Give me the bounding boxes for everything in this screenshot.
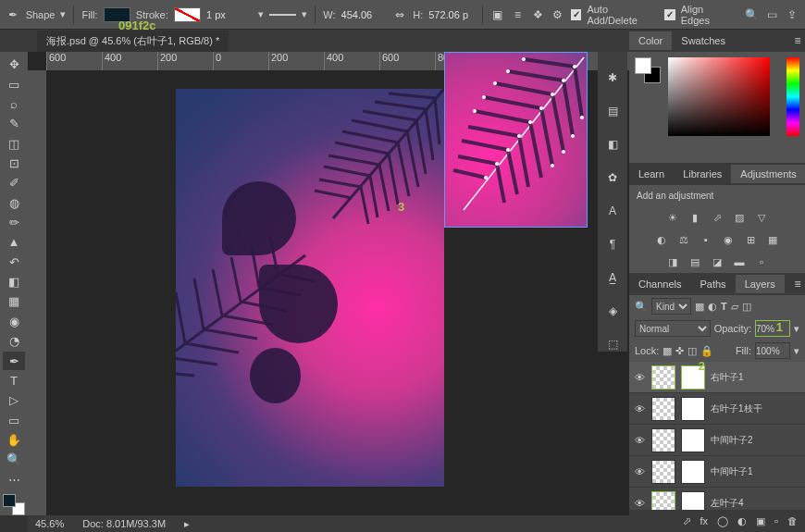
canvas-area[interactable]: 6004002000200400600800100012001400160018… [28,52,629,515]
link-icon[interactable]: ⇔ [393,7,408,22]
layer-thumb[interactable] [651,460,675,484]
filter-type-icon[interactable]: T [721,301,727,312]
layer-thumb[interactable] [651,428,675,452]
document-tab[interactable]: 海报.psd @ 45.6% (右叶子1, RGB/8) * [37,31,229,52]
lock-all-icon[interactable]: 🔒 [700,345,713,357]
layer-name[interactable]: 中间叶子2 [711,434,753,447]
glyphs-icon[interactable]: A̲ [605,270,620,285]
eyedropper-tool[interactable]: ✐ [3,174,25,192]
brightness-icon[interactable]: ☀ [665,210,680,225]
zoom-tool[interactable]: 🔍 [3,451,25,468]
tab-swatches[interactable]: Swatches [672,31,735,50]
edit-toolbar[interactable]: ⋯ [3,471,25,489]
chevron-down-icon[interactable]: ▾ [258,8,264,20]
shape-mode[interactable]: Shape [26,9,56,20]
panel-menu-icon[interactable]: ≡ [790,33,805,48]
tab-learn[interactable]: Learn [629,165,674,183]
share-icon[interactable]: ⇪ [785,7,799,22]
fill-field[interactable] [755,342,790,359]
healing-tool[interactable]: ◍ [3,194,25,212]
layer-name[interactable]: 右叶子1 [711,371,744,384]
doc-icon[interactable]: ▭ [765,7,780,22]
layer-name[interactable]: 左叶子4 [711,497,744,510]
hue-icon[interactable]: ◐ [654,232,669,247]
layer-row[interactable]: 👁 右叶子1枝干 [629,393,805,425]
layer-name[interactable]: 中间叶子1 [711,465,753,478]
invert-icon[interactable]: ◨ [665,254,680,269]
filter-shape-icon[interactable]: ▱ [731,301,738,313]
height-field[interactable] [428,9,475,20]
editing-path[interactable] [445,53,588,229]
lasso-tool[interactable]: ⌕ [3,95,25,113]
panel-menu-icon[interactable]: ≡ [790,277,805,291]
align-edges-checkbox[interactable]: ✓ [664,9,675,20]
quick-select-tool[interactable]: ✎ [3,115,25,132]
navigator-icon[interactable]: ✱ [605,70,620,85]
move-tool[interactable]: ✥ [3,56,25,73]
layer-mask[interactable] [681,428,705,452]
link-layers-icon[interactable]: ⬀ [683,515,691,527]
tab-adjustments[interactable]: Adjustments [731,165,805,183]
gradient-map-icon[interactable]: ▬ [732,254,747,269]
frame-tool[interactable]: ⊡ [3,155,25,172]
stamp-tool[interactable]: ▲ [3,233,25,251]
layer-row[interactable]: 👁 左叶子4 [629,488,805,510]
chevron-down-icon[interactable]: ▾ [794,323,799,335]
path-combine-icon[interactable]: ▣ [490,7,505,22]
character-icon[interactable]: A [605,204,620,218]
links-icon[interactable]: ⬚ [605,337,620,352]
fx-icon[interactable]: fx [700,515,709,526]
lock-position-icon[interactable]: ✜ [675,345,684,357]
rectangle-tool[interactable]: ▭ [3,411,25,428]
pen-tool[interactable]: ✒ [3,352,25,369]
filter-kind[interactable]: Kind [651,298,691,315]
chevron-right-icon[interactable]: ▸ [184,518,190,530]
lut-icon[interactable]: ▦ [765,232,780,247]
new-layer-icon[interactable]: ▫ [774,515,778,526]
filter-search-icon[interactable]: 🔍 [635,301,648,313]
layer-mask[interactable] [681,491,705,511]
hand-tool[interactable]: ✋ [3,431,25,449]
threshold-icon[interactable]: ◪ [710,254,724,269]
blur-tool[interactable]: ◉ [3,313,25,330]
mixer-icon[interactable]: ⊞ [743,232,758,247]
auto-checkbox[interactable]: ✓ [571,9,582,20]
path-arrange-icon[interactable]: ❖ [530,7,545,22]
artboard[interactable] [176,89,444,487]
hue-slider[interactable] [786,57,799,136]
filter-adjust-icon[interactable]: ◐ [708,301,717,313]
search-icon[interactable]: 🔍 [745,7,760,22]
history-brush-tool[interactable]: ↶ [3,254,25,271]
levels-icon[interactable]: ▮ [687,210,702,225]
visibility-icon[interactable]: 👁 [633,466,646,477]
brush-tool[interactable]: ✏ [3,214,25,231]
stroke-width[interactable] [206,9,253,20]
gear-icon[interactable]: ⚙ [551,7,565,22]
layer-row[interactable]: 👁 中间叶子2 [629,425,805,456]
eraser-tool[interactable]: ◧ [3,273,25,291]
layer-row[interactable]: 👁 右叶子1 [629,362,805,393]
path-select-tool[interactable]: ▷ [3,391,25,409]
chevron-down-icon[interactable]: ▾ [60,8,66,20]
layer-thumb[interactable] [651,397,675,421]
zoom-level[interactable]: 45.6% [35,518,64,529]
brushes-icon[interactable]: ✿ [605,170,620,185]
type-tool[interactable]: T [3,372,25,390]
stroke-style[interactable] [269,14,296,16]
layer-name[interactable]: 右叶子1枝干 [711,402,762,415]
chevron-down-icon[interactable]: ▾ [794,345,799,357]
dodge-tool[interactable]: ◔ [3,332,25,350]
layer-thumb[interactable] [651,491,675,511]
stroke-swatch[interactable] [174,7,201,22]
history-icon[interactable]: ▤ [605,104,620,118]
paragraph-icon[interactable]: ¶ [605,237,620,252]
adjustment-layer-icon[interactable]: ◐ [737,515,747,527]
gradient-tool[interactable]: ▦ [3,292,25,310]
chevron-down-icon[interactable]: ▾ [302,8,307,20]
tab-layers[interactable]: Layers [736,275,785,293]
lock-artboard-icon[interactable]: ◫ [687,345,697,357]
curves-icon[interactable]: ⬀ [710,210,724,225]
tab-color[interactable]: Color [629,31,672,50]
marquee-tool[interactable]: ▭ [3,75,25,93]
group-icon[interactable]: ▣ [756,515,765,527]
